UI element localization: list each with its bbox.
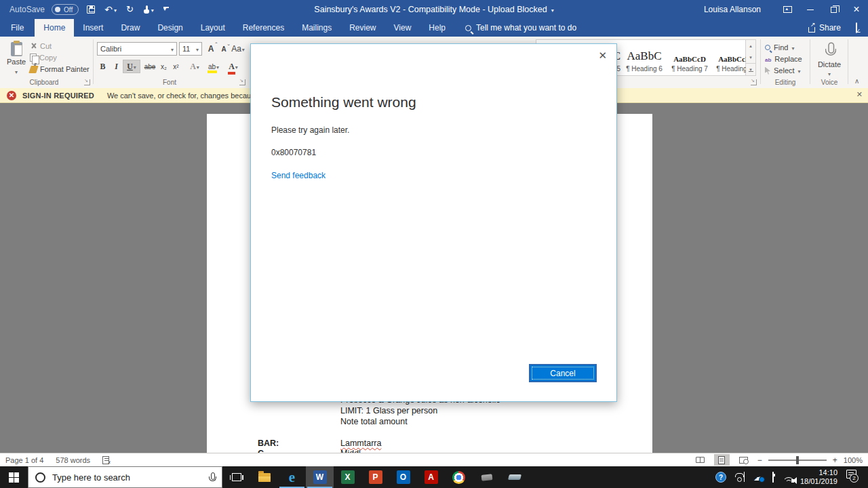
redo-icon: [126, 5, 134, 14]
styles-scroll-down-icon[interactable]: [746, 52, 755, 63]
touch-mouse-mode-button[interactable]: [142, 2, 155, 17]
tab-file[interactable]: File: [0, 19, 35, 37]
save-button[interactable]: [85, 2, 96, 17]
text-effects-button[interactable]: A: [186, 60, 203, 73]
chrome-icon: [452, 471, 465, 484]
grow-font-button[interactable]: A: [205, 42, 216, 56]
tab-references[interactable]: References: [234, 19, 293, 37]
get-help-tray-button[interactable]: [715, 472, 726, 483]
undo-button[interactable]: [103, 2, 118, 17]
action-center-button[interactable]: 2: [846, 470, 861, 485]
share-button[interactable]: Share: [808, 23, 841, 33]
zoom-slider-thumb[interactable]: [796, 456, 799, 464]
chevron-down-icon: [196, 45, 199, 53]
page-indicator[interactable]: Page 1 of 4: [5, 456, 43, 464]
pinned-app-button[interactable]: [473, 466, 500, 488]
word-count[interactable]: 578 words: [56, 456, 90, 464]
clock[interactable]: 14:10 18/01/2019: [800, 468, 837, 486]
copy-label: Copy: [39, 54, 57, 62]
styles-dialog-launcher[interactable]: [751, 79, 757, 85]
styles-gallery-more-icon[interactable]: [746, 63, 755, 75]
collapse-ribbon-button[interactable]: [854, 76, 859, 85]
onedrive-tray-button[interactable]: [753, 472, 764, 483]
tab-mailings[interactable]: Mailings: [293, 19, 340, 37]
strikethrough-button[interactable]: abe: [142, 60, 157, 73]
word-taskbar-button[interactable]: W: [306, 466, 334, 488]
dialog-close-icon[interactable]: [598, 49, 607, 62]
autosave-toggle[interactable]: Off: [52, 4, 79, 15]
web-layout-button[interactable]: [736, 454, 751, 466]
tab-draw[interactable]: Draw: [112, 19, 149, 37]
subscript-button[interactable]: x₂: [158, 60, 170, 73]
shrink-font-button[interactable]: A: [218, 42, 229, 56]
zoom-out-button[interactable]: −: [757, 455, 762, 465]
chrome-button[interactable]: [445, 466, 473, 488]
font-color-button[interactable]: A: [225, 60, 241, 73]
format-painter-button[interactable]: Format Painter: [30, 65, 90, 73]
tab-insert[interactable]: Insert: [74, 19, 112, 37]
text-highlight-button[interactable]: ab: [205, 60, 222, 73]
bold-button[interactable]: B: [96, 60, 109, 73]
warning-close-icon[interactable]: [856, 90, 863, 99]
excel-button[interactable]: X: [334, 466, 361, 488]
powerpoint-button[interactable]: P: [361, 466, 389, 488]
style-heading6[interactable]: AaBbC ¶ Heading 6: [622, 41, 667, 74]
paste-button[interactable]: Paste: [5, 41, 27, 80]
tab-layout[interactable]: Layout: [192, 19, 234, 37]
restore-button[interactable]: [822, 0, 845, 19]
acrobat-button[interactable]: A: [417, 466, 445, 488]
minimize-button[interactable]: [799, 0, 822, 19]
proofing-errors-icon[interactable]: [102, 456, 109, 464]
read-mode-button[interactable]: [692, 454, 708, 466]
tab-home[interactable]: Home: [35, 19, 74, 37]
font-size-select[interactable]: 11: [179, 42, 202, 56]
voice-group-label: Voice: [811, 79, 848, 86]
ribbon-display-options-icon: [783, 6, 792, 13]
select-button[interactable]: Select: [765, 65, 801, 76]
document-field-value: Lammtarra: [340, 439, 381, 449]
tab-design[interactable]: Design: [149, 19, 191, 37]
tab-view[interactable]: View: [385, 19, 420, 37]
redo-button[interactable]: [125, 2, 135, 17]
tab-review[interactable]: Review: [340, 19, 384, 37]
task-view-button[interactable]: [222, 466, 250, 488]
print-layout-button[interactable]: [714, 454, 730, 466]
customize-qat-button[interactable]: [162, 2, 170, 17]
ribbon-display-options-button[interactable]: [776, 0, 799, 19]
dictate-button[interactable]: Dictate: [814, 41, 845, 80]
start-button[interactable]: [0, 466, 28, 488]
font-name-select[interactable]: Calibri: [97, 42, 177, 56]
replace-button[interactable]: Replace: [765, 54, 802, 64]
superscript-button[interactable]: x²: [170, 60, 182, 73]
search-mic-icon[interactable]: [209, 472, 215, 482]
tab-help[interactable]: Help: [420, 19, 454, 37]
clipboard-dialog-launcher[interactable]: [84, 79, 90, 85]
font-dialog-launcher[interactable]: [239, 79, 245, 85]
close-button[interactable]: [845, 0, 868, 19]
find-button[interactable]: Find: [765, 42, 794, 53]
zoom-slider[interactable]: [768, 460, 827, 461]
tell-me-box[interactable]: Tell me what you want to do: [465, 19, 576, 37]
change-case-button[interactable]: Aa: [231, 42, 245, 56]
editing-group-label: Editing: [765, 79, 806, 86]
style-heading7[interactable]: AaBbCcD ¶ Heading 7: [668, 41, 711, 74]
zoom-in-button[interactable]: +: [833, 455, 837, 465]
hidden-icons-button[interactable]: [744, 472, 745, 482]
outlook-button[interactable]: O: [389, 466, 417, 488]
zoom-level[interactable]: 100%: [844, 456, 863, 464]
cut-button[interactable]: Cut: [30, 42, 52, 50]
send-feedback-link[interactable]: Send feedback: [271, 171, 326, 180]
styles-scroll-up-icon[interactable]: [746, 40, 755, 52]
cancel-button[interactable]: Cancel: [529, 364, 597, 382]
battery-tray-button[interactable]: [772, 472, 774, 482]
file-explorer-button[interactable]: [250, 466, 278, 488]
italic-button[interactable]: I: [111, 60, 122, 73]
comments-button[interactable]: [856, 23, 857, 33]
edge-button[interactable]: e: [278, 466, 306, 488]
user-name[interactable]: Louisa Allanson: [704, 5, 761, 14]
scanner-app-button[interactable]: [500, 466, 528, 488]
underline-button[interactable]: U: [123, 60, 140, 73]
powerpoint-icon: P: [369, 470, 382, 484]
copy-button[interactable]: Copy: [30, 54, 57, 62]
taskbar-search-input[interactable]: Type here to search: [28, 466, 222, 488]
